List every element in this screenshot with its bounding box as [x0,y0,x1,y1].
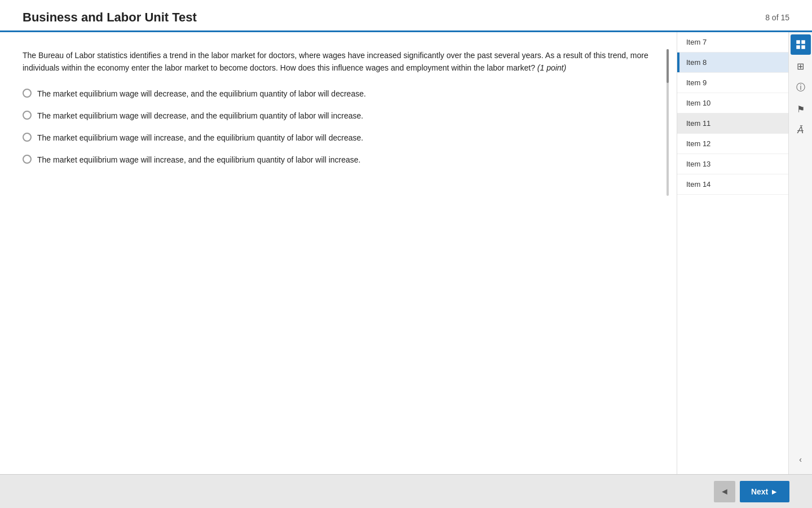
sidebar-item-label: Item 12 [686,139,710,148]
sidebar-item-label: Item 7 [686,38,707,46]
option-item-2[interactable]: The market equilibrium wage will decreas… [23,110,654,122]
grid-icon[interactable]: ⊞ [791,56,811,76]
sidebar-item-item-14[interactable]: Item 14 [677,174,788,195]
flag-icon[interactable]: ⚑ [791,99,811,119]
sidebar-item-item-7[interactable]: Item 7 [677,32,788,52]
option-label-4: The market equilibrium wage will increas… [37,154,361,166]
question-panel: The Bureau of Labor statistics identifie… [0,32,677,474]
current-item-indicator [677,52,679,72]
options-list: The market equilibrium wage will decreas… [23,88,654,166]
sidebar-item-item-11[interactable]: Item 11 [677,113,788,134]
expand-icon[interactable] [791,34,811,55]
sidebar-item-label: Item 9 [686,78,707,87]
question-text: The Bureau of Labor statistics identifie… [23,49,654,75]
sidebar-item-label: Item 13 [686,160,710,168]
prev-button[interactable]: ◄ [714,481,735,502]
option-radio-2[interactable] [23,111,32,120]
next-button[interactable]: Next ► [740,481,789,502]
option-radio-4[interactable] [23,155,32,164]
sidebar-item-label: Item 10 [686,99,710,107]
svg-rect-2 [797,46,800,49]
sidebar-tools: ⊞ⓘ⚑Ā‹ [788,32,812,474]
progress-indicator: 8 of 15 [765,13,789,22]
svg-rect-1 [802,41,805,43]
scroll-indicator [667,49,669,196]
sidebar-item-label: Item 14 [686,180,710,189]
sidebar-item-item-10[interactable]: Item 10 [677,93,788,113]
option-label-2: The market equilibrium wage will decreas… [37,110,363,122]
option-radio-1[interactable] [23,89,32,98]
sidebar-items-list: Item 7Item 8Item 9Item 10Item 11Item 12I… [677,32,788,474]
option-item-1[interactable]: The market equilibrium wage will decreas… [23,88,654,100]
page-title: Business and Labor Unit Test [23,10,197,25]
strikethrough-icon[interactable]: Ā [791,120,811,141]
question-points: (1 point) [537,63,566,72]
svg-rect-0 [797,41,800,43]
sidebar-item-label: Item 8 [686,58,707,67]
info-circle-icon[interactable]: ⓘ [791,77,811,98]
option-item-3[interactable]: The market equilibrium wage will increas… [23,132,654,144]
main-area: The Bureau of Labor statistics identifie… [0,32,812,474]
option-label-3: The market equilibrium wage will increas… [37,132,363,144]
option-item-4[interactable]: The market equilibrium wage will increas… [23,154,654,166]
option-radio-3[interactable] [23,133,32,142]
scroll-thumb [667,49,669,83]
sidebar-item-item-9[interactable]: Item 9 [677,73,788,93]
footer: ◄ Next ► [0,474,812,508]
svg-rect-3 [802,46,805,49]
header: Business and Labor Unit Test 8 of 15 [0,0,812,32]
sidebar-item-item-13[interactable]: Item 13 [677,154,788,174]
option-label-1: The market equilibrium wage will decreas… [37,88,366,100]
sidebar-item-label: Item 11 [686,119,710,128]
sidebar: Item 7Item 8Item 9Item 10Item 11Item 12I… [677,32,812,474]
sidebar-item-item-12[interactable]: Item 12 [677,134,788,154]
sidebar-collapse-button[interactable]: ‹ [791,449,811,470]
sidebar-item-item-8[interactable]: Item 8 [677,52,788,73]
